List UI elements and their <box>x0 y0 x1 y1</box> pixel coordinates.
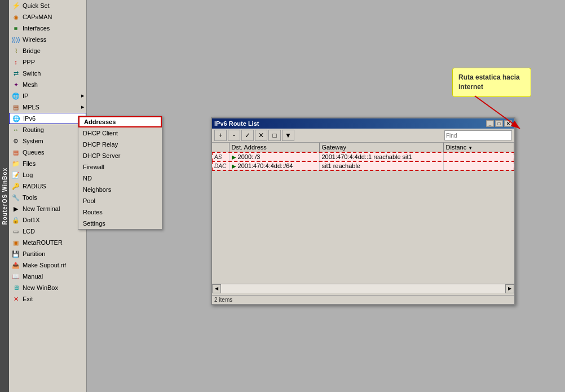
cross-button[interactable]: ✕ <box>255 130 267 141</box>
row-gateway-dac: sit1 reachable <box>319 161 443 170</box>
new-winbox-icon: 🖥 <box>11 283 20 292</box>
scroll-left-button[interactable]: ◀ <box>212 284 221 293</box>
sidebar-item-manual[interactable]: 📖 Manual <box>9 271 86 282</box>
table-inner: Dst. Address Gateway Distanc AS <box>212 143 514 284</box>
queues-icon: ▤ <box>11 148 20 157</box>
col-header-type[interactable] <box>212 143 229 152</box>
ppp-icon: ↕ <box>11 58 20 67</box>
svg-line-1 <box>475 96 520 129</box>
scrollbar-horizontal: ◀ ▶ <box>212 284 514 293</box>
table-wrapper: Dst. Address Gateway Distanc AS <box>212 143 514 295</box>
sidebar-item-wireless[interactable]: )))) Wireless <box>9 34 86 45</box>
table-row[interactable]: AS ▶ 2000::/3 2001:470:4:4dd::1 reachabl… <box>212 152 514 162</box>
sidebar-item-tools[interactable]: 🔧 Tools <box>9 192 86 203</box>
scroll-track[interactable] <box>221 284 505 293</box>
row-type-as: AS <box>212 152 229 162</box>
col-header-dst[interactable]: Dst. Address <box>229 143 319 152</box>
radius-icon: 🔑 <box>11 182 20 191</box>
sidebar-item-ip[interactable]: 🌐 IP <box>9 90 86 102</box>
app-vertical-label: RouterOS WinBox <box>0 0 9 392</box>
remove-button[interactable]: - <box>228 130 240 141</box>
files-icon: 📁 <box>11 159 20 168</box>
supout-icon: 📤 <box>11 261 20 270</box>
submenu-item-addresses[interactable]: Addresses <box>78 116 162 127</box>
sidebar-item-new-terminal[interactable]: ▶ New Terminal <box>9 203 86 214</box>
sidebar-item-system[interactable]: ⚙ System <box>9 135 86 147</box>
submenu-item-dhcp-client[interactable]: DHCP Client <box>78 127 162 139</box>
ip-icon: 🌐 <box>11 91 20 100</box>
row-distance-dac <box>443 161 514 170</box>
sidebar-item-capsman[interactable]: ◉ CAPsMAN <box>9 11 86 23</box>
system-icon: ⚙ <box>11 136 20 146</box>
filter-button[interactable]: ▼ <box>282 130 294 141</box>
table-header-row: Dst. Address Gateway Distanc <box>212 143 514 152</box>
window-title: IPv6 Route List <box>214 120 259 127</box>
submenu-item-neighbors[interactable]: Neighbors <box>78 184 162 195</box>
route-table: Dst. Address Gateway Distanc AS <box>212 143 514 170</box>
check-button[interactable]: ✓ <box>241 130 254 141</box>
row-gateway-as: 2001:470:4:4dd::1 reachable sit1 <box>319 152 443 162</box>
submenu-item-nd[interactable]: ND <box>78 173 162 184</box>
sidebar-item-exit[interactable]: ✕ Exit <box>9 293 86 305</box>
dot1x-icon: 🔒 <box>11 215 20 224</box>
quickset-icon: ⚡ <box>11 1 20 10</box>
col-header-distance[interactable]: Distanc <box>443 143 514 152</box>
add-button[interactable]: + <box>214 130 227 141</box>
route-window: IPv6 Route List _ □ ✕ + - ✓ ✕ □ ▼ <box>211 117 515 305</box>
ipv6-submenu: Addresses DHCP Client DHCP Relay DHCP Se… <box>78 116 162 230</box>
sidebar-item-log[interactable]: 📝 Log <box>9 169 86 180</box>
sidebar-item-ipv6[interactable]: 🌐 IPv6 <box>9 113 86 124</box>
ipv6-icon: 🌐 <box>12 114 21 123</box>
sidebar-item-new-winbox[interactable]: 🖥 New WinBox <box>9 282 86 293</box>
switch-icon: ⇄ <box>11 69 20 78</box>
sidebar-item-radius[interactable]: 🔑 RADIUS <box>9 180 86 192</box>
sidebar-item-files[interactable]: 📁 Files <box>9 158 86 169</box>
row-dst-dac: ▶ 2001:470:4:4dd::/64 <box>229 161 319 170</box>
row-dst-as: ▶ 2000::/3 <box>229 152 319 162</box>
partition-icon: 💾 <box>11 249 20 258</box>
sidebar-item-ppp[interactable]: ↕ PPP <box>9 56 86 68</box>
wireless-icon: )))) <box>11 35 20 44</box>
capsman-icon: ◉ <box>11 12 20 21</box>
sidebar-item-partition[interactable]: 💾 Partition <box>9 248 86 259</box>
log-icon: 📝 <box>11 170 20 179</box>
sidebar-item-quick-set[interactable]: ⚡ Quick Set <box>9 0 86 11</box>
routing-icon: ↔ <box>11 125 20 134</box>
row-distance-as <box>443 152 514 162</box>
metarouter-icon: ▣ <box>11 238 20 247</box>
sidebar-item-lcd[interactable]: ▭ LCD <box>9 226 86 237</box>
exit-icon: ✕ <box>11 294 20 303</box>
callout-arrow <box>469 90 537 135</box>
row-type-dac: DAC <box>212 161 229 170</box>
manual-icon: 📖 <box>11 272 20 281</box>
sidebar-item-routing[interactable]: ↔ Routing <box>9 124 86 135</box>
col-header-gateway[interactable]: Gateway <box>319 143 443 152</box>
sidebar: ⚡ Quick Set ◉ CAPsMAN ≡ Interfaces )))) … <box>9 0 87 392</box>
table-row[interactable]: DAC ▶ 2001:470:4:4dd::/64 sit1 reachable <box>212 161 514 170</box>
sidebar-item-make-supout[interactable]: 📤 Make Supout.rif <box>9 259 86 271</box>
sidebar-item-interfaces[interactable]: ≡ Interfaces <box>9 23 86 34</box>
sidebar-item-switch[interactable]: ⇄ Switch <box>9 68 86 79</box>
copy-button[interactable]: □ <box>268 130 281 141</box>
submenu-item-firewall[interactable]: Firewall <box>78 161 162 173</box>
sidebar-item-mesh[interactable]: ✦ Mesh <box>9 79 86 90</box>
sidebar-item-mpls[interactable]: ▤ MPLS <box>9 102 86 113</box>
bridge-icon: ⌇ <box>11 46 20 55</box>
new-terminal-icon: ▶ <box>11 204 20 213</box>
tools-icon: 🔧 <box>11 193 20 202</box>
mesh-icon: ✦ <box>11 80 20 89</box>
submenu-item-pool[interactable]: Pool <box>78 195 162 206</box>
submenu-item-dhcp-server[interactable]: DHCP Server <box>78 150 162 161</box>
sidebar-item-queues[interactable]: ▤ Queues <box>9 147 86 158</box>
scroll-right-button[interactable]: ▶ <box>505 284 514 293</box>
sidebar-item-dot1x[interactable]: 🔒 Dot1X <box>9 214 86 226</box>
interfaces-icon: ≡ <box>11 24 20 33</box>
submenu-item-dhcp-relay[interactable]: DHCP Relay <box>78 139 162 150</box>
submenu-item-settings[interactable]: Settings <box>78 218 162 229</box>
submenu-item-routes[interactable]: Routes <box>78 206 162 218</box>
mpls-icon: ▤ <box>11 103 20 112</box>
sidebar-item-bridge[interactable]: ⌇ Bridge <box>9 45 86 56</box>
sidebar-item-metarouter[interactable]: ▣ MetaROUTER <box>9 237 86 248</box>
lcd-icon: ▭ <box>11 227 20 236</box>
window-status: 2 items <box>212 295 514 304</box>
